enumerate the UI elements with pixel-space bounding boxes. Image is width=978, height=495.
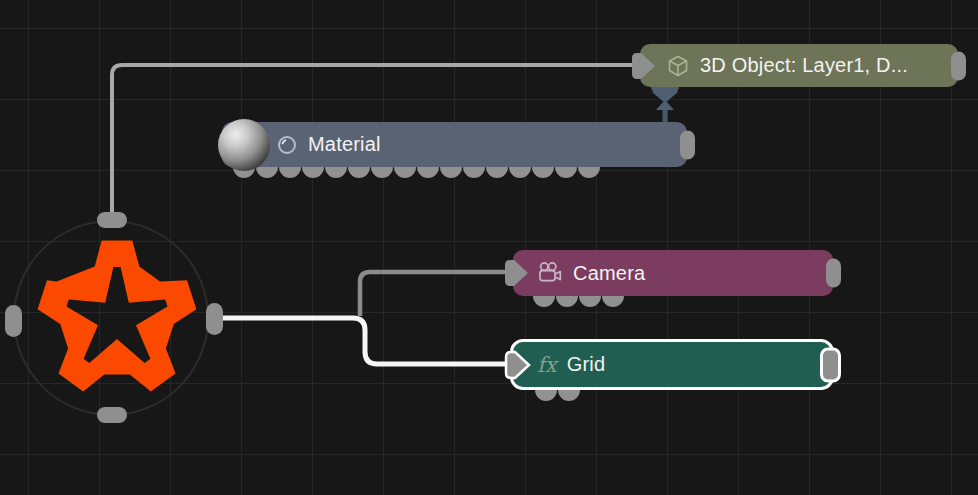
video-camera-icon xyxy=(537,260,563,286)
output-port-pill[interactable] xyxy=(951,51,966,80)
node-camera[interactable]: Camera xyxy=(513,250,833,296)
node-editor-canvas[interactable]: 3D Object: Layer1, D... Material Camera … xyxy=(0,0,978,495)
input-port-arrow[interactable] xyxy=(629,50,657,82)
material-ball-icon xyxy=(276,134,298,156)
fx-icon: fx xyxy=(537,353,557,377)
output-port-pill[interactable] xyxy=(680,130,695,159)
wire-hub-to-camera[interactable] xyxy=(360,272,517,316)
hub-port-right[interactable] xyxy=(206,303,223,335)
wire-hub-to-grid[interactable] xyxy=(223,318,517,364)
node-grid[interactable]: fx Grid xyxy=(510,339,834,390)
node-material[interactable]: Material xyxy=(222,122,687,167)
object3d-material-port-lower xyxy=(656,100,674,110)
input-port-arrow[interactable] xyxy=(502,348,532,382)
hub-port-top[interactable] xyxy=(97,212,127,228)
hub-logo-star[interactable] xyxy=(38,241,197,392)
hub-port-bottom[interactable] xyxy=(97,407,127,423)
node-label: Grid xyxy=(567,353,606,376)
node-label: Camera xyxy=(573,262,645,285)
output-port-pill[interactable] xyxy=(826,259,841,288)
cube-icon xyxy=(666,54,690,78)
material-preview-sphere[interactable] xyxy=(218,119,270,171)
output-port-pill[interactable] xyxy=(820,347,841,382)
input-port-arrow[interactable] xyxy=(502,257,530,289)
node-label: 3D Object: Layer1, D... xyxy=(700,54,908,77)
node-label: Material xyxy=(308,133,381,156)
node-object3d[interactable]: 3D Object: Layer1, D... xyxy=(640,44,958,87)
hub-port-left[interactable] xyxy=(5,305,22,337)
